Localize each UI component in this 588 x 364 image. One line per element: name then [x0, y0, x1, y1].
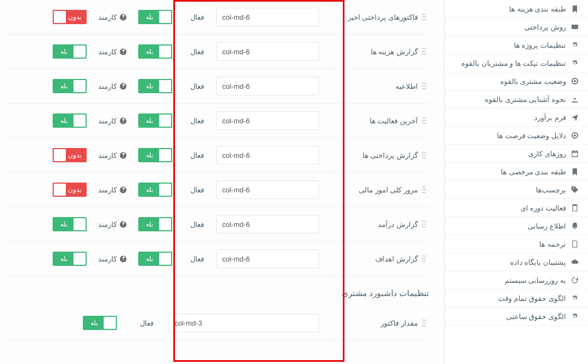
active-toggle[interactable]: بله	[138, 113, 172, 128]
nav-item-0[interactable]: طبقه بندی هزینه ها	[445, 0, 588, 18]
class-input[interactable]	[216, 146, 319, 164]
cog-icon	[570, 294, 579, 303]
nav-item-12[interactable]: اطلاع رسانی	[445, 217, 588, 235]
help-icon[interactable]	[119, 255, 127, 263]
active-toggle[interactable]: بله	[138, 148, 172, 162]
nav-item-5[interactable]: نحوه آشنایی مشتری بالقوه	[445, 90, 588, 109]
nav-item-14[interactable]: پشتیبان پایگاه داده	[445, 253, 588, 271]
staff-toggle[interactable]: بله	[53, 217, 87, 231]
help-icon[interactable]	[119, 48, 127, 55]
class-input[interactable]	[216, 249, 319, 268]
staff-toggle[interactable]: بدون	[53, 10, 87, 24]
dashboard-widgets-table: فاکتورهای پرداختی اخیرفعالبلهکارمندبدونگ…	[5, 0, 429, 276]
nav-label: پشتیبان پایگاه داده	[510, 258, 566, 266]
staff-label: کارمند	[92, 48, 133, 56]
download-icon	[570, 95, 579, 104]
tag-icon	[570, 185, 579, 194]
cog-icon	[570, 312, 579, 321]
nav-item-3[interactable]: تنظیمات تیکت ها و مشتریان بالقوه	[445, 54, 588, 72]
active-label: فعال	[178, 48, 216, 56]
nav-label: وضعیت مشتری بالقوه	[500, 77, 566, 86]
staff-label: کارمند	[92, 220, 133, 229]
active-toggle[interactable]: بله	[138, 44, 172, 59]
staff-toggle[interactable]: بدون	[53, 148, 87, 162]
nav-item-8[interactable]: روزهای کاری	[445, 145, 588, 163]
nav-label: به روزرسانی سیستم	[505, 276, 566, 285]
nav-label: طبقه بندی مرخصی ها	[501, 168, 566, 176]
active-toggle[interactable]: بله	[138, 79, 172, 93]
nav-item-13[interactable]: ترجمه ها	[445, 235, 588, 253]
nav-item-16[interactable]: الگوی حقوق تمام وقت	[445, 289, 588, 308]
class-input[interactable]	[216, 215, 319, 234]
customer-dashboard-table: مقدار فاکتورفعالبله	[5, 306, 429, 340]
help-icon[interactable]	[119, 117, 127, 124]
drag-handle-icon[interactable]	[419, 185, 429, 194]
nav-item-10[interactable]: برچسب‌ها	[445, 181, 588, 199]
drag-handle-icon[interactable]	[419, 116, 429, 125]
class-input[interactable]	[216, 77, 319, 95]
toggle-knob	[54, 11, 66, 23]
drag-handle-icon[interactable]	[419, 13, 429, 21]
drag-handle-icon[interactable]	[419, 220, 429, 229]
nav-item-4[interactable]: وضعیت مشتری بالقوه	[445, 72, 588, 90]
staff-toggle[interactable]: بله	[53, 44, 87, 59]
class-input-wrap	[216, 8, 319, 26]
nav-label: فعالیت دوره ای	[521, 204, 566, 212]
staff-toggle[interactable]: بدون	[53, 183, 87, 197]
help-icon[interactable]	[119, 82, 127, 90]
cog-icon	[570, 59, 579, 67]
toggle-knob	[159, 80, 171, 92]
toggle-knob	[74, 115, 86, 127]
widget-name: گزارش درآمد	[319, 220, 419, 229]
staff-label: کارمند	[92, 13, 133, 21]
main-content: فاکتورهای پرداختی اخیرفعالبلهکارمندبدونگ…	[0, 0, 444, 364]
staff-toggle[interactable]: بله	[53, 113, 87, 128]
drag-handle-icon[interactable]	[419, 318, 429, 327]
class-input-wrap	[168, 314, 319, 332]
active-toggle[interactable]: بله	[83, 316, 117, 330]
active-toggle[interactable]: بله	[138, 10, 172, 24]
active-toggle[interactable]: بله	[138, 252, 172, 266]
help-icon[interactable]	[119, 151, 127, 159]
widget-row-5: مرور کلی امور مالیفعالبلهکارمندبدون	[5, 173, 429, 207]
nav-label: دلایل وضعیت فرصت ها	[497, 132, 566, 140]
nav-item-7[interactable]: دلایل وضعیت فرصت ها	[445, 127, 588, 145]
active-toggle[interactable]: بله	[138, 217, 172, 231]
nav-item-11[interactable]: فعالیت دوره ای	[445, 199, 588, 217]
staff-toggle[interactable]: بله	[53, 252, 87, 266]
nav-label: طبقه بندی هزینه ها	[509, 5, 566, 13]
drag-handle-icon[interactable]	[419, 82, 429, 90]
nav-item-2[interactable]: تنظیمات پروژه ها	[445, 36, 588, 54]
cloud-icon	[570, 258, 579, 266]
bookmark-icon	[570, 167, 579, 176]
nav-item-9[interactable]: طبقه بندی مرخصی ها	[445, 163, 588, 181]
help-icon[interactable]	[119, 220, 127, 228]
class-input[interactable]	[216, 8, 319, 26]
nav-label: الگوی حقوق تمام وقت	[498, 294, 566, 303]
class-input[interactable]	[216, 180, 319, 199]
widget-name: گزارش هزینه ها	[319, 48, 419, 56]
active-toggle[interactable]: بله	[138, 183, 172, 197]
staff-toggle[interactable]: بله	[53, 79, 87, 93]
toggle-knob	[159, 218, 171, 230]
active-label: فعال	[178, 186, 216, 194]
help-icon[interactable]	[119, 13, 127, 21]
nav-item-15[interactable]: به روزرسانی سیستم	[445, 271, 588, 289]
class-input[interactable]	[216, 111, 319, 130]
toggle-knob	[74, 218, 86, 230]
class-input[interactable]	[216, 42, 319, 61]
nav-item-6[interactable]: فرم برآورد	[445, 109, 588, 127]
class-input[interactable]	[168, 314, 319, 332]
drag-handle-icon[interactable]	[419, 254, 429, 263]
drag-handle-icon[interactable]	[419, 47, 429, 56]
active-label: فعال	[178, 255, 216, 263]
drag-handle-icon[interactable]	[419, 151, 429, 160]
widget-row-1: گزارش هزینه هافعالبلهکارمندبله	[5, 35, 429, 69]
nav-item-17[interactable]: الگوی حقوق ساعتی	[445, 308, 588, 326]
nav-item-1[interactable]: روش پرداختی	[445, 18, 588, 36]
clipboard-icon	[570, 203, 579, 212]
nav-label: روش پرداختی	[524, 23, 566, 31]
help-icon[interactable]	[119, 186, 127, 194]
target-icon	[570, 131, 579, 140]
active-label: فعال	[178, 82, 216, 90]
